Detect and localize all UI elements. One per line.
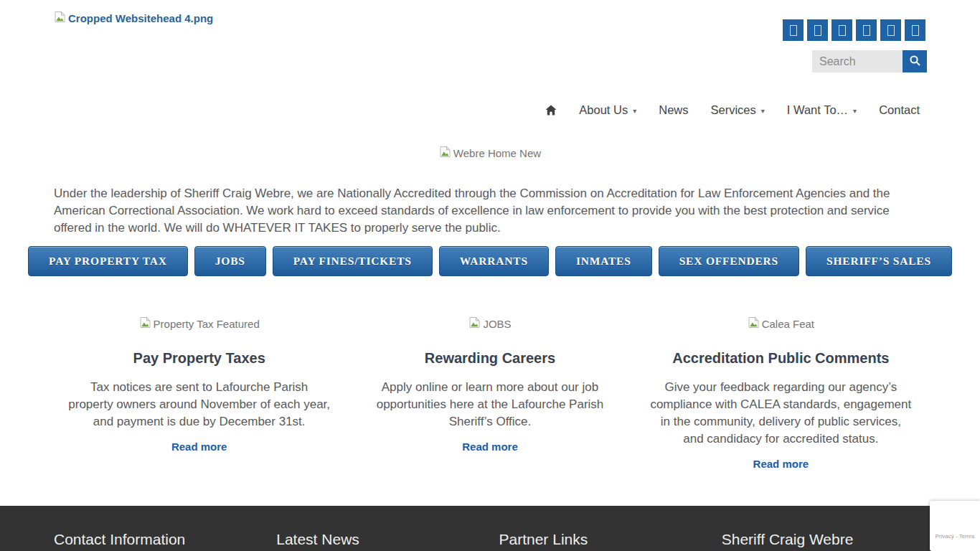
pay-fines-tickets-button[interactable]: PAY FINES/TICKETS — [273, 246, 433, 276]
recaptcha-badge[interactable]: Privacy - Terms — [930, 501, 980, 551]
hero-image-alt-text: Webre Home New — [453, 147, 541, 159]
warrants-button[interactable]: WARRANTS — [439, 246, 549, 276]
page: Cropped Websitehead 4.png — [0, 0, 980, 551]
footer-heading-partner-links: Partner Links — [499, 531, 722, 548]
social-link-1[interactable] — [783, 19, 804, 41]
feature-text: Tax notices are sent to Lafourche Parish… — [68, 379, 330, 430]
feature-broken-image: Calea Feat — [748, 316, 814, 331]
missing-glyph-icon — [839, 25, 846, 36]
nav-label: Services — [711, 103, 756, 117]
social-icons-row — [783, 19, 925, 41]
site-footer: Contact Information Latest News Partner … — [0, 506, 980, 551]
feature-image-alt-text: JOBS — [483, 318, 511, 330]
logo-alt-text: Cropped Websitehead 4.png — [68, 12, 213, 24]
social-link-5[interactable] — [880, 19, 901, 41]
chevron-down-icon: ▾ — [761, 107, 765, 115]
nav-item-contact[interactable]: Contact — [879, 103, 920, 117]
feature-image-alt-text: Property Tax Featured — [154, 318, 260, 330]
broken-image-icon — [439, 146, 451, 160]
footer-heading-contact-information: Contact Information — [54, 531, 276, 548]
site-header: Cropped Websitehead 4.png — [0, 0, 980, 129]
missing-glyph-icon — [814, 25, 821, 36]
missing-glyph-icon — [790, 25, 797, 36]
quick-links-row: PAY PROPERTY TAX JOBS PAY FINES/TICKETS … — [0, 246, 980, 276]
chevron-down-icon: ▾ — [853, 107, 857, 115]
hero-section: Webre Home New — [0, 146, 980, 161]
footer-heading-latest-news: Latest News — [276, 531, 499, 548]
sex-offenders-button[interactable]: SEX OFFENDERS — [659, 246, 799, 276]
search-form — [812, 50, 927, 72]
read-more-link[interactable]: Read more — [171, 441, 227, 453]
search-button[interactable] — [903, 50, 927, 72]
hero-broken-image: Webre Home New — [439, 146, 541, 160]
broken-image-icon — [139, 316, 151, 331]
social-link-2[interactable] — [807, 19, 828, 41]
feature-title: Rewarding Careers — [359, 350, 621, 367]
read-more-link[interactable]: Read more — [462, 441, 518, 453]
inmates-button[interactable]: INMATES — [555, 246, 652, 276]
broken-image-icon — [54, 11, 66, 25]
pay-property-tax-button[interactable]: PAY PROPERTY TAX — [28, 246, 188, 276]
recaptcha-privacy-terms: Privacy - Terms — [936, 533, 975, 540]
search-icon — [909, 55, 921, 69]
feature-image-alt-text: Calea Feat — [762, 318, 814, 330]
broken-image-icon — [468, 316, 481, 331]
nav-label: Contact — [879, 103, 920, 117]
site-logo-link[interactable]: Cropped Websitehead 4.png — [54, 11, 213, 25]
sheriffs-sales-button[interactable]: SHERIFF’S SALES — [806, 246, 952, 276]
nav-label: I Want To… — [787, 103, 848, 117]
nav-item-about-us[interactable]: About Us ▾ — [579, 103, 636, 117]
broken-image-icon — [748, 316, 760, 331]
feature-title: Accreditation Public Comments — [650, 350, 912, 367]
read-more-link[interactable]: Read more — [753, 458, 809, 470]
nav-label: About Us — [579, 103, 628, 117]
feature-text: Apply online or learn more about our job… — [359, 379, 621, 430]
home-icon — [545, 105, 557, 116]
missing-glyph-icon — [912, 25, 919, 36]
intro-paragraph: Under the leadership of Sheriff Craig We… — [54, 185, 926, 237]
feature-rewarding-careers: JOBS Rewarding Careers Apply online or l… — [344, 316, 635, 471]
feature-broken-image: JOBS — [468, 316, 511, 331]
main-nav: About Us ▾ News Services ▾ I Want To… ▾ … — [545, 103, 920, 117]
feature-text: Give your feedback regarding our agency’… — [650, 379, 912, 448]
nav-item-i-want-to[interactable]: I Want To… ▾ — [787, 103, 857, 117]
feature-broken-image: Property Tax Featured — [139, 316, 260, 331]
feature-title: Pay Property Taxes — [68, 350, 330, 367]
social-link-4[interactable] — [856, 19, 877, 41]
social-link-3[interactable] — [831, 19, 852, 41]
missing-glyph-icon — [887, 25, 895, 36]
footer-heading-sheriff-craig-webre: Sheriff Craig Webre — [722, 531, 944, 548]
missing-glyph-icon — [863, 25, 870, 36]
jobs-button[interactable]: JOBS — [194, 246, 266, 276]
nav-item-services[interactable]: Services ▾ — [711, 103, 765, 117]
features-section: Property Tax Featured Pay Property Taxes… — [54, 316, 926, 471]
nav-item-home[interactable] — [545, 105, 557, 116]
social-link-6[interactable] — [905, 19, 925, 41]
nav-label: News — [659, 103, 688, 117]
chevron-down-icon: ▾ — [633, 107, 636, 115]
search-input[interactable] — [812, 50, 903, 72]
feature-accreditation-public-comments: Calea Feat Accreditation Public Comments… — [636, 316, 926, 471]
feature-pay-property-taxes: Property Tax Featured Pay Property Taxes… — [54, 316, 344, 471]
nav-item-news[interactable]: News — [659, 103, 688, 117]
